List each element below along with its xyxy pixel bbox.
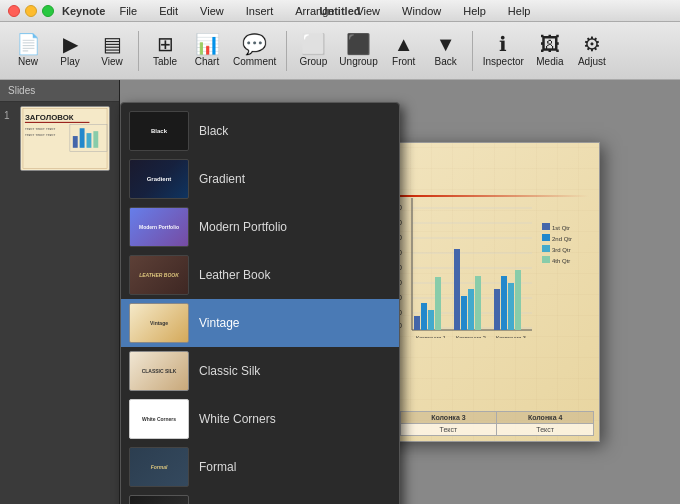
- minimize-button[interactable]: [25, 5, 37, 17]
- theme-item-leather-book[interactable]: LEATHER BOOK Leather Book: [121, 251, 399, 299]
- back-button[interactable]: ▼ Back: [426, 31, 466, 70]
- menu-help[interactable]: Help: [459, 3, 490, 19]
- slides-list: 1 ЗАГОЛОВОК текст текст текст текст текс…: [0, 102, 119, 504]
- theme-item-black[interactable]: Black Black: [121, 107, 399, 155]
- new-label: New: [18, 56, 38, 67]
- svg-text:Компания 2: Компания 2: [456, 335, 486, 338]
- svg-text:текст текст текст: текст текст текст: [25, 126, 56, 131]
- theme-item-formal[interactable]: Formal Formal: [121, 443, 399, 491]
- sidebar-header: Slides: [0, 80, 119, 102]
- menu-window[interactable]: Window: [398, 3, 445, 19]
- theme-label-formal: Formal: [199, 460, 236, 474]
- svg-rect-32: [421, 303, 427, 330]
- ungroup-label: Ungroup: [339, 56, 377, 67]
- theme-item-white-corners[interactable]: White Corners White Corners: [121, 395, 399, 443]
- svg-rect-10: [93, 131, 98, 148]
- view-button[interactable]: ▤ View: [92, 31, 132, 70]
- svg-text:Компания 3: Компания 3: [496, 335, 526, 338]
- toolbar-separator-1: [138, 31, 139, 71]
- menu-help2[interactable]: Help: [504, 3, 535, 19]
- theme-label-gradient: Gradient: [199, 172, 245, 186]
- theme-label-white: White Corners: [199, 412, 276, 426]
- adjust-label: Adjust: [578, 56, 606, 67]
- table-cell-1-3: Текст: [400, 424, 497, 436]
- svg-rect-40: [501, 276, 507, 330]
- svg-rect-46: [542, 223, 550, 230]
- maximize-button[interactable]: [42, 5, 54, 17]
- svg-rect-33: [428, 310, 434, 330]
- traffic-lights: [8, 5, 54, 17]
- theme-label-vintage: Vintage: [199, 316, 239, 330]
- slide-item-1[interactable]: 1 ЗАГОЛОВОК текст текст текст текст текс…: [4, 106, 115, 171]
- theme-item-gradient[interactable]: Gradient Gradient: [121, 155, 399, 203]
- menu-insert[interactable]: Insert: [242, 3, 278, 19]
- theme-thumbnail-leather: LEATHER BOOK: [129, 255, 189, 295]
- inspector-label: Inspector: [483, 56, 524, 67]
- theme-thumbnail-modern: Modern Portfolio: [129, 207, 189, 247]
- theme-item-portfolio[interactable]: PORTFOLIO Portfolio: [121, 491, 399, 504]
- theme-thumbnail-vintage: Vintage: [129, 303, 189, 343]
- svg-text:4th Qtr: 4th Qtr: [552, 258, 570, 264]
- sidebar: Slides 1 ЗАГОЛОВОК текст текст текст тек…: [0, 80, 120, 504]
- svg-rect-7: [73, 136, 78, 148]
- ungroup-button[interactable]: ⬛ Ungroup: [335, 31, 381, 70]
- new-button[interactable]: 📄 New: [8, 31, 48, 70]
- view-label: View: [101, 56, 123, 67]
- theme-thumbnail-portfolio: PORTFOLIO: [129, 495, 189, 504]
- comment-icon: 💬: [242, 34, 267, 54]
- back-label: Back: [435, 56, 457, 67]
- group-button[interactable]: ⬜ Group: [293, 31, 333, 70]
- theme-dropdown[interactable]: Black Black Gradient Gradient Modern Por…: [120, 102, 400, 504]
- play-button[interactable]: ▶ Play: [50, 31, 90, 70]
- adjust-icon: ⚙: [583, 34, 601, 54]
- svg-rect-8: [80, 128, 85, 148]
- media-button[interactable]: 🖼 Media: [530, 31, 570, 70]
- media-icon: 🖼: [540, 34, 560, 54]
- svg-rect-36: [461, 296, 467, 330]
- slide-thumbnail-1[interactable]: ЗАГОЛОВОК текст текст текст текст текст …: [20, 106, 110, 171]
- back-icon: ▼: [436, 34, 456, 54]
- theme-label-black: Black: [199, 124, 228, 138]
- theme-label-leather: Leather Book: [199, 268, 270, 282]
- svg-text:Компания 1: Компания 1: [416, 335, 446, 338]
- front-label: Front: [392, 56, 415, 67]
- chart-button[interactable]: 📊 Chart: [187, 31, 227, 70]
- svg-text:3rd Qtr: 3rd Qtr: [552, 247, 571, 253]
- toolbar-separator-2: [286, 31, 287, 71]
- adjust-button[interactable]: ⚙ Adjust: [572, 31, 612, 70]
- table-button[interactable]: ⊞ Table: [145, 31, 185, 70]
- window-title: Untitled: [320, 5, 361, 17]
- inspector-button[interactable]: ℹ Inspector: [479, 31, 528, 70]
- menu-file[interactable]: File: [115, 3, 141, 19]
- slide-thumb-inner-1: ЗАГОЛОВОК текст текст текст текст текст …: [21, 107, 109, 170]
- title-bar: Keynote File Edit View Insert Arrange Vi…: [0, 0, 680, 22]
- group-icon: ⬜: [301, 34, 326, 54]
- theme-thumbnail-classic: CLASSIC SILK: [129, 351, 189, 391]
- svg-rect-41: [508, 283, 514, 330]
- theme-item-modern-portfolio[interactable]: Modern Portfolio Modern Portfolio: [121, 203, 399, 251]
- app-name: Keynote: [62, 5, 105, 17]
- front-button[interactable]: ▲ Front: [384, 31, 424, 70]
- svg-rect-37: [468, 289, 474, 330]
- close-button[interactable]: [8, 5, 20, 17]
- ungroup-icon: ⬛: [346, 34, 371, 54]
- svg-text:текст текст текст: текст текст текст: [25, 132, 56, 137]
- chart-label: Chart: [195, 56, 219, 67]
- menu-edit[interactable]: Edit: [155, 3, 182, 19]
- theme-item-vintage[interactable]: Vintage Vintage: [121, 299, 399, 347]
- svg-rect-35: [454, 249, 460, 330]
- slides-label: Slides: [8, 85, 35, 96]
- main-area: Slides 1 ЗАГОЛОВОК текст текст текст тек…: [0, 80, 680, 504]
- comment-button[interactable]: 💬 Comment: [229, 31, 280, 70]
- theme-label-modern: Modern Portfolio: [199, 220, 287, 234]
- media-label: Media: [536, 56, 563, 67]
- menu-view[interactable]: View: [196, 3, 228, 19]
- front-icon: ▲: [394, 34, 414, 54]
- toolbar-separator-3: [472, 31, 473, 71]
- slide-number-1: 1: [4, 110, 16, 121]
- toolbar: 📄 New ▶ Play ▤ View ⊞ Table 📊 Chart 💬 Co…: [0, 22, 680, 80]
- theme-item-classic-silk[interactable]: CLASSIC SILK Classic Silk: [121, 347, 399, 395]
- view-icon: ▤: [103, 34, 122, 54]
- svg-rect-52: [542, 256, 550, 263]
- slide-chart: 90 80 70 60 50 40 30 20 10: [394, 198, 594, 338]
